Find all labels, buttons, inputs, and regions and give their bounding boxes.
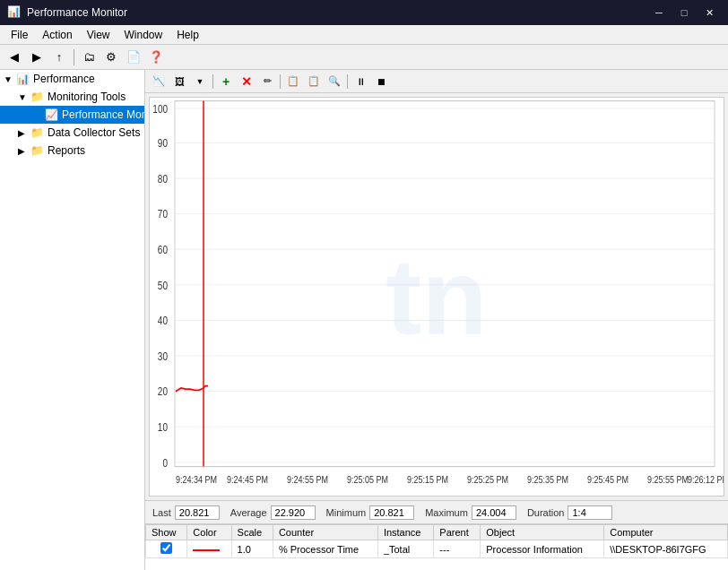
back-button[interactable]: ◀ (4, 48, 25, 67)
performance-icon: 📊 (16, 73, 30, 85)
menu-action[interactable]: Action (35, 27, 79, 43)
svg-text:9:25:05 PM: 9:25:05 PM (347, 474, 388, 485)
pm-icon: 📈 (45, 108, 58, 121)
show-hide-button[interactable]: 🗂 (78, 48, 100, 67)
expand-icon-dc: ▶ (18, 128, 30, 138)
svg-text:60: 60 (158, 244, 168, 255)
delete-counter-button[interactable]: ✕ (237, 73, 256, 91)
highlight-button[interactable]: ✏ (257, 73, 277, 91)
main-toolbar: ◀ ▶ ↑ 🗂 ⚙ 📄 ❓ (0, 45, 728, 70)
minimize-button[interactable]: ─ (647, 4, 671, 22)
graph-view-button[interactable]: 📉 (149, 73, 169, 91)
svg-text:20: 20 (158, 386, 168, 398)
maximize-button[interactable]: □ (672, 4, 696, 22)
stat-maximum: Maximum 24.004 (425, 505, 516, 520)
pause-button[interactable]: ⏸ (351, 73, 370, 91)
counter-table: Show Color Scale Counter Instance Parent… (145, 524, 728, 558)
counter-instance: _Total (377, 540, 433, 558)
counter-name: % Processor Time (273, 540, 377, 558)
sidebar-item-monitoring-tools[interactable]: ▼ 📁 Monitoring Tools (0, 88, 144, 106)
last-label: Last (152, 507, 171, 518)
col-instance: Instance (377, 525, 433, 540)
svg-text:100: 100 (152, 103, 168, 115)
expand-icon-monitoring: ▼ (18, 92, 30, 102)
maximum-label: Maximum (425, 507, 468, 518)
svg-text:9:25:45 PM: 9:25:45 PM (587, 474, 628, 485)
properties-button[interactable]: ⚙ (100, 48, 122, 67)
graph-properties-button[interactable]: 🖼 (169, 73, 189, 91)
stop-button[interactable]: ⏹ (371, 73, 391, 91)
paste-button[interactable]: 📋 (304, 73, 324, 91)
counter-computer: \\DESKTOP-86I7GFG (604, 540, 728, 558)
sidebar-item-performance[interactable]: ▼ 📊 Performance (0, 70, 144, 88)
close-button[interactable]: ✕ (698, 4, 721, 22)
duration-value: 1:4 (568, 505, 612, 520)
col-computer: Computer (604, 525, 728, 540)
copy-button[interactable]: 📋 (283, 73, 303, 91)
counter-checkbox[interactable] (160, 542, 172, 554)
table-row[interactable]: 1.0 % Processor Time _Total --- Processo… (146, 540, 728, 558)
content-area: 📉 🖼 ▼ + ✕ ✏ 📋 📋 🔍 ⏸ ⏹ tn 100 (145, 70, 728, 570)
last-value: 20.821 (175, 505, 220, 520)
maximum-value: 24.004 (472, 505, 516, 520)
svg-text:80: 80 (158, 173, 168, 185)
minimum-value: 20.821 (369, 505, 414, 520)
col-color: Color (187, 525, 231, 540)
counter-show[interactable] (146, 540, 187, 558)
svg-text:90: 90 (158, 137, 168, 149)
svg-text:9:25:55 PM: 9:25:55 PM (647, 474, 689, 485)
add-counter-button[interactable]: + (216, 73, 236, 91)
forward-button[interactable]: ▶ (26, 48, 48, 67)
dc-label: Data Collector Sets (48, 126, 140, 139)
menu-file[interactable]: File (4, 27, 35, 43)
stats-bar: Last 20.821 Average 22.920 Minimum 20.82… (145, 500, 728, 523)
menu-help[interactable]: Help (169, 27, 206, 43)
average-value: 22.920 (271, 505, 316, 520)
zoom-button[interactable]: 🔍 (325, 73, 344, 91)
main-container: ▼ 📊 Performance ▼ 📁 Monitoring Tools 📈 P… (0, 70, 728, 570)
dc-icon: 📁 (30, 126, 44, 139)
help-button[interactable]: ❓ (145, 48, 167, 67)
counter-object: Processor Information (481, 540, 604, 558)
svg-text:9:26:12 PM: 9:26:12 PM (688, 474, 724, 485)
stat-minimum: Minimum 20.821 (326, 505, 415, 520)
expand-icon-performance: ▼ (4, 74, 16, 84)
stat-average: Average 22.920 (230, 505, 316, 520)
stat-duration: Duration 1:4 (527, 505, 613, 520)
pm-label: Performance Monitor (62, 108, 145, 121)
menu-view[interactable]: View (80, 27, 117, 43)
expand-icon-reports: ▶ (18, 146, 30, 156)
sidebar-item-performance-monitor[interactable]: 📈 Performance Monitor (0, 106, 144, 124)
col-object: Object (481, 525, 604, 540)
new-button[interactable]: 📄 (123, 48, 144, 67)
svg-text:9:25:35 PM: 9:25:35 PM (527, 474, 568, 485)
sidebar: ▼ 📊 Performance ▼ 📁 Monitoring Tools 📈 P… (0, 70, 145, 570)
graph-toolbar: 📉 🖼 ▼ + ✕ ✏ 📋 📋 🔍 ⏸ ⏹ (145, 70, 728, 93)
svg-text:9:25:15 PM: 9:25:15 PM (407, 474, 448, 485)
window-title: Performance Monitor (27, 6, 647, 19)
counter-color (187, 540, 231, 558)
col-parent: Parent (434, 525, 481, 540)
menu-window[interactable]: Window (117, 27, 170, 43)
svg-text:9:24:34 PM: 9:24:34 PM (176, 474, 217, 485)
up-button[interactable]: ↑ (48, 48, 70, 67)
svg-text:40: 40 (158, 315, 168, 326)
graph-dropdown-button[interactable]: ▼ (190, 73, 210, 91)
sidebar-item-reports[interactable]: ▶ 📁 Reports (0, 142, 144, 160)
svg-text:9:24:55 PM: 9:24:55 PM (287, 474, 328, 485)
title-bar: 📊 Performance Monitor ─ □ ✕ (0, 0, 728, 25)
title-bar-controls: ─ □ ✕ (647, 4, 721, 22)
performance-label: Performance (33, 73, 95, 85)
menu-bar: File Action View Window Help (0, 25, 728, 45)
sidebar-item-data-collector[interactable]: ▶ 📁 Data Collector Sets (0, 124, 144, 142)
duration-label: Duration (527, 507, 565, 518)
monitoring-icon: 📁 (30, 91, 44, 103)
graph-sep-2 (280, 74, 281, 89)
counter-parent: --- (434, 540, 481, 558)
svg-text:50: 50 (158, 280, 168, 291)
toolbar-separator-1 (74, 49, 74, 65)
svg-text:0: 0 (162, 457, 168, 469)
stat-last: Last 20.821 (152, 505, 220, 520)
minimum-label: Minimum (326, 507, 367, 518)
performance-chart: 100 90 80 70 60 50 40 (150, 98, 724, 496)
